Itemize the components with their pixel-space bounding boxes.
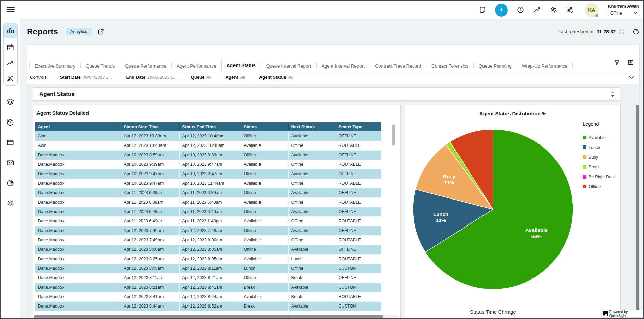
filter-end-date[interactable]: End Date29/05/2023 1...	[126, 75, 177, 80]
sidebar-item-window[interactable]	[6, 139, 15, 147]
sheet-vertical-scrollbar[interactable]	[636, 105, 639, 317]
tab-divider	[572, 63, 573, 68]
filter-queue[interactable]: QueueAll	[191, 75, 212, 80]
column-header-status[interactable]: Status	[241, 122, 288, 131]
powered-by-quicksight-badge[interactable]: Powered by QuickSight	[601, 310, 643, 317]
sidebar-item-bar-chart[interactable]	[6, 27, 15, 35]
legend-swatch	[583, 165, 586, 169]
table-row[interactable]: Dane.MaddoxApr 12, 2023 8:00amApr 12, 20…	[35, 245, 381, 254]
section-spinner-control[interactable]	[609, 89, 616, 99]
legend-swatch	[583, 145, 586, 149]
external-link-icon[interactable]	[97, 28, 104, 35]
sidebar-item-calendar[interactable]	[6, 44, 15, 52]
export-download-icon[interactable]	[627, 59, 634, 66]
tab-wrap-up-performance[interactable]: Wrap-Up Performance	[517, 61, 573, 71]
table-row[interactable]: Dane.MaddoxApr 10, 2023 9:47amApr 10, 20…	[35, 169, 381, 179]
filters: Start Date09/04/2023 1...End Date29/05/2…	[60, 75, 307, 80]
tab-contact-forensics[interactable]: Contact Forensics	[426, 61, 473, 71]
table-horizontal-scrollbar[interactable]	[34, 315, 383, 318]
table-row[interactable]: Dane.MaddoxApr 11, 2023 6:48amApr 11, 20…	[35, 207, 381, 216]
analytics-badge: Analytics	[66, 28, 91, 35]
realtime-bolt-icon[interactable]	[495, 4, 508, 17]
table-row[interactable]: Dane.MaddoxApr 12, 2023 8:41amApr 12, 20…	[35, 292, 381, 301]
info-icon[interactable]	[619, 29, 625, 35]
hamburger-menu-icon[interactable]	[7, 7, 15, 13]
user-avatar[interactable]: KA	[585, 3, 599, 17]
tab-queue-interval-report[interactable]: Queue Interval Report	[261, 61, 316, 71]
chevron-down-icon	[633, 11, 638, 15]
table-row[interactable]: Dane.MaddoxApr 11, 2023 6:49amApr 11, 20…	[35, 216, 381, 226]
table-row[interactable]: Dane.MaddoxApr 12, 2023 8:11amApr 12, 20…	[35, 273, 381, 283]
table-row[interactable]: Dane.MaddoxApr 11, 2023 6:38amApr 11, 20…	[35, 188, 381, 197]
tab-agent-interval-report[interactable]: Agent Interval Report	[317, 61, 370, 71]
column-header-status-start-time[interactable]: Status Start Time	[121, 122, 179, 131]
legend-item-busy[interactable]: Busy	[583, 152, 616, 162]
table-row[interactable]: Dane.MaddoxApr 10, 2023 9:47amApr 10, 20…	[35, 179, 381, 188]
tab-agent-status[interactable]: Agent Status	[221, 60, 261, 71]
sidebar-item-settings[interactable]	[6, 199, 15, 207]
spinner-down-icon[interactable]	[611, 95, 614, 97]
report-tabstrip: Executive SummaryQueue TrendsQueue Perfo…	[27, 60, 639, 71]
users-icon[interactable]	[549, 6, 558, 14]
filter-icon[interactable]	[614, 59, 620, 66]
legend-item-lunch[interactable]: Lunch	[583, 142, 616, 152]
legend-item-available[interactable]: Available	[583, 133, 616, 142]
sidebar-item-design-tools[interactable]	[6, 74, 15, 82]
legend-item-offline[interactable]: Offline	[583, 182, 616, 191]
sidebar-item-mail[interactable]	[6, 159, 15, 167]
filter-agent[interactable]: AgentAll	[226, 75, 245, 80]
tab-contract-trace-record[interactable]: Contract Trace Record	[370, 61, 426, 71]
last-refreshed-time: 11:28:32	[597, 29, 616, 34]
svg-text:?: ?	[519, 8, 521, 12]
settings-sliders-icon[interactable]	[566, 6, 574, 14]
sidebar-item-layers[interactable]	[6, 98, 15, 106]
tab-executive-summary[interactable]: Executive Summary	[30, 61, 80, 71]
table-row[interactable]: Dane.MaddoxApr 12, 2023 8:05amApr 12, 20…	[35, 254, 381, 264]
table-row[interactable]: Dane.MaddoxApr 10, 2023 8:59amApr 10, 20…	[35, 150, 381, 160]
column-header-status-end-time[interactable]: Status End Time	[179, 122, 241, 131]
tab-queue-performance[interactable]: Queue Performance	[120, 61, 172, 71]
notes-icon[interactable]	[478, 6, 487, 14]
table-horizontal-scrollbar-track	[34, 315, 398, 318]
table-row[interactable]: Dane.MaddoxApr 12, 2023 7:49amApr 12, 20…	[35, 226, 381, 235]
metrics-icon[interactable]	[533, 6, 541, 14]
column-header-agent[interactable]: Agent	[35, 122, 121, 131]
sidebar-item-line-chart[interactable]	[6, 59, 15, 67]
pie-legend: Legend AvailableLunchBusyBreakBe Right B…	[583, 121, 616, 191]
sidebar-item-history[interactable]	[6, 118, 15, 127]
controls-collapse-chevron-icon[interactable]	[628, 74, 635, 80]
table-row[interactable]: Dane.MaddoxApr 12, 2023 8:21amApr 12, 20…	[35, 283, 381, 292]
table-vertical-scrollbar[interactable]	[392, 124, 395, 146]
tab-queue-trends[interactable]: Queue Trends	[81, 61, 120, 71]
spinner-up-icon[interactable]	[611, 91, 614, 93]
avatar-initials: KA	[588, 7, 595, 13]
table-row[interactable]: Dane.MaddoxApr 12, 2023 8:44amApr 12, 20…	[35, 301, 381, 311]
table-row[interactable]: AlonApr 12, 2023 10:40amApr 12, 2023 10:…	[35, 141, 381, 150]
tab-agent-performance[interactable]: Agent Performance	[172, 61, 221, 71]
table-row[interactable]: Dane.MaddoxApr 12, 2023 8:05amApr 12, 20…	[35, 264, 381, 273]
filter-agent-status[interactable]: Agent StatusAll	[259, 75, 293, 80]
help-icon[interactable]: ?	[516, 6, 524, 14]
tab-queue-planning[interactable]: Queue Planning	[474, 61, 517, 71]
section-header: Agent Status	[33, 87, 620, 101]
table-row[interactable]: Dane.MaddoxApr 11, 2023 6:39amApr 11, 20…	[35, 197, 381, 207]
table-row[interactable]: Dane.MaddoxApr 10, 2023 9:39amApr 10, 20…	[35, 160, 381, 169]
legend-item-be-right-back[interactable]: Be Right Back	[583, 172, 616, 182]
dashboard-card: Executive SummaryQueue TrendsQueue Perfo…	[27, 44, 640, 319]
legend-title: Legend	[583, 121, 616, 127]
table-row[interactable]: AlonApr 12, 2023 10:39amApr 12, 2023 10:…	[35, 131, 381, 141]
legend-swatch	[583, 155, 586, 159]
column-header-next-status[interactable]: Next Status	[288, 122, 336, 131]
sheet: Agent Status Agent Status Detailed Agent…	[27, 84, 639, 319]
refresh-icon[interactable]	[632, 28, 640, 35]
legend-item-break[interactable]: Break	[583, 162, 616, 172]
next-chart-title: Status Time Chnage	[405, 309, 580, 315]
table-row[interactable]: Dane.MaddoxApr 12, 2023 7:49amApr 12, 20…	[35, 235, 381, 245]
sidebar-item-pie-chart[interactable]	[6, 179, 15, 187]
controls-label[interactable]: Controls	[30, 75, 46, 80]
legend-swatch	[583, 185, 586, 188]
filter-start-date[interactable]: Start Date09/04/2023 1...	[60, 75, 112, 80]
presence-dropdown[interactable]: Offline	[608, 10, 640, 16]
quicksight-logo-icon	[603, 311, 608, 316]
column-header-status-type[interactable]: Status Type	[336, 122, 381, 131]
